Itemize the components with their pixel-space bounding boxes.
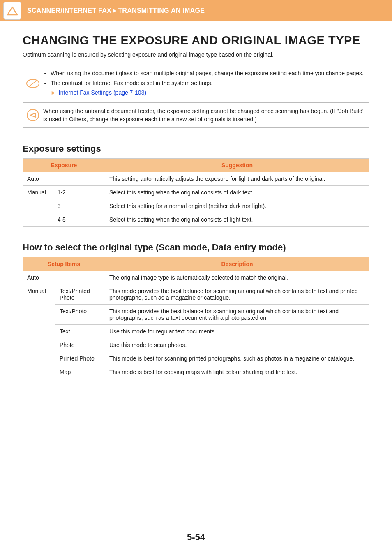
exposure-table: Exposure Suggestion Auto This setting au… <box>23 158 369 227</box>
exposure-r1-desc: Select this setting when the original co… <box>105 186 369 199</box>
breadcrumb: SCANNER/INTERNET FAX►TRANSMITTING AN IMA… <box>27 7 205 14</box>
exposure-r1-val: 1-2 <box>53 186 105 199</box>
note-block-1: When using the document glass to scan mu… <box>23 65 369 103</box>
page-title: CHANGING THE EXPOSURE AND ORIGINAL IMAGE… <box>23 34 369 47</box>
type-r3-val: Text <box>55 325 105 338</box>
type-manual-label: Manual <box>23 284 55 379</box>
type-r3-desc: Use this mode for regular text documents… <box>105 325 369 338</box>
exposure-auto-desc: This setting automatically adjusts the e… <box>105 172 369 186</box>
note2-text: When using the automatic document feeder… <box>43 107 369 124</box>
type-auto-label: Auto <box>23 271 105 284</box>
section2-heading: How to select the original type (Scan mo… <box>23 242 369 253</box>
type-auto-desc: The original image type is automatically… <box>105 271 369 284</box>
link-line: ►Internet Fax Settings (page 7-103) <box>51 88 369 97</box>
type-r1-desc: This mode provides the best balance for … <box>105 284 369 305</box>
breadcrumb-sep: ► <box>111 7 118 14</box>
original-type-table: Setup Items Description Auto The origina… <box>23 257 369 379</box>
exposure-auto-label: Auto <box>23 172 105 186</box>
section1-heading: Exposure settings <box>23 143 369 154</box>
exposure-r3-desc: Select this setting when the original co… <box>105 213 369 227</box>
exposure-manual-label: Manual <box>23 186 53 227</box>
page-number: 5-54 <box>0 532 392 543</box>
note1-bullet1: When using the document glass to scan mu… <box>51 69 369 77</box>
breadcrumb-left: SCANNER/INTERNET FAX <box>27 7 111 14</box>
suggestion-col-header: Suggestion <box>105 159 369 172</box>
scanner-icon <box>3 2 21 20</box>
header-bar: SCANNER/INTERNET FAX►TRANSMITTING AN IMA… <box>0 0 392 21</box>
exposure-r2-desc: Select this setting for a normal origina… <box>105 199 369 213</box>
exposure-r2-val: 3 <box>53 199 105 213</box>
description-col-header: Description <box>105 257 369 271</box>
type-r6-val: Map <box>55 365 105 379</box>
svg-line-2 <box>30 81 36 86</box>
exposure-r3-val: 4-5 <box>53 213 105 227</box>
svg-point-3 <box>27 109 39 121</box>
note1-bullet2: The contrast for Internet Fax mode is se… <box>51 79 369 97</box>
internet-fax-settings-link[interactable]: Internet Fax Settings (page 7-103) <box>59 89 146 96</box>
link-arrow-icon: ► <box>51 89 56 96</box>
type-r5-val: Printed Photo <box>55 352 105 365</box>
type-r6-desc: This mode is best for copying maps with … <box>105 365 369 379</box>
intro-text: Optimum scanning is ensured by selecting… <box>23 51 369 58</box>
note-block-2: When using the automatic document feeder… <box>23 103 369 128</box>
note-body: When using the document glass to scan mu… <box>43 69 369 98</box>
type-r1-val: Text/Printed Photo <box>55 284 105 305</box>
type-r4-val: Photo <box>55 338 105 352</box>
note-icon <box>23 69 43 98</box>
exposure-col-header: Exposure <box>23 159 105 172</box>
type-r5-desc: This mode is best for scanning printed p… <box>105 352 369 365</box>
breadcrumb-right: TRANSMITTING AN IMAGE <box>118 7 205 14</box>
content: CHANGING THE EXPOSURE AND ORIGINAL IMAGE… <box>0 21 392 379</box>
type-r2-val: Text/Photo <box>55 305 105 325</box>
type-r2-desc: This mode provides the best balance for … <box>105 305 369 325</box>
setup-items-col-header: Setup Items <box>23 257 105 271</box>
type-r4-desc: Use this mode to scan photos. <box>105 338 369 352</box>
prohibit-icon <box>23 107 43 124</box>
